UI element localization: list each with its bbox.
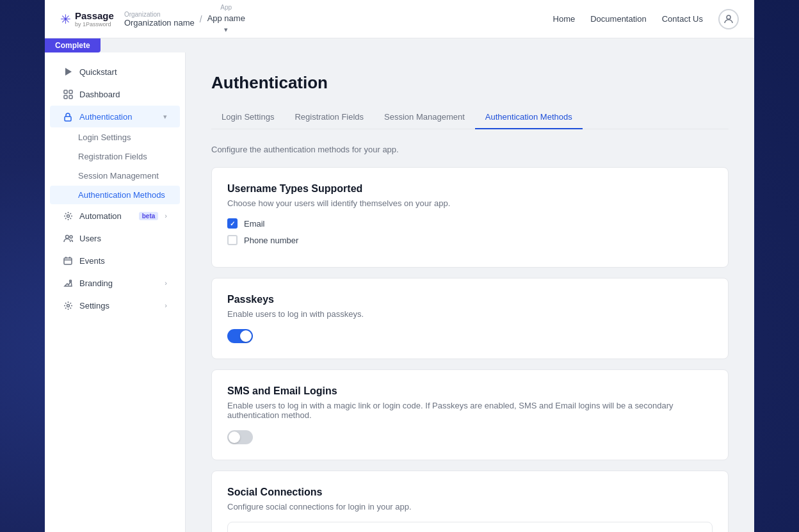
svg-rect-10 <box>64 258 72 264</box>
authentication-icon <box>63 111 73 122</box>
passkeys-card: Passkeys Enable users to log in with pas… <box>211 278 729 359</box>
sms-email-toggle[interactable] <box>227 430 253 444</box>
nav-docs[interactable]: Documentation <box>590 14 646 24</box>
events-icon <box>63 255 73 266</box>
sms-email-title: SMS and Email Logins <box>227 385 713 397</box>
tab-authentication-methods[interactable]: Authentication Methods <box>475 106 583 129</box>
svg-rect-2 <box>64 90 67 93</box>
tab-login-settings[interactable]: Login Settings <box>211 106 284 129</box>
automation-arrow-icon: › <box>165 212 167 220</box>
tab-session-management[interactable]: Session Management <box>374 106 475 129</box>
sidebar-item-branding[interactable]: Branding › <box>50 272 180 294</box>
sidebar-item-quickstart[interactable]: Quickstart <box>50 61 180 83</box>
sidebar-item-login-settings[interactable]: Login Settings <box>50 128 180 147</box>
complete-banner: Complete <box>45 38 754 52</box>
svg-point-9 <box>70 236 72 238</box>
breadcrumb-app-dropdown[interactable]: App App name ▾ <box>207 4 245 34</box>
breadcrumb-org: Organization Organization name <box>124 11 195 28</box>
social-connections-card: Social Connections Configure social conn… <box>211 471 729 532</box>
dropdown-arrow-icon: ▾ <box>224 26 228 34</box>
logo-icon: ✳ <box>60 12 71 27</box>
content-area: Authentication Login Settings Registrati… <box>186 52 754 532</box>
svg-point-11 <box>69 280 71 282</box>
complete-label: Complete <box>45 38 101 52</box>
logo: ✳ Passage by 1Password <box>60 10 114 28</box>
passkeys-toggle-knob <box>240 330 252 342</box>
branding-arrow-icon: › <box>165 279 167 287</box>
username-types-card: Username Types Supported Choose how your… <box>211 167 729 268</box>
beta-badge: beta <box>139 212 159 220</box>
social-google-card: Google <box>227 522 713 532</box>
social-connections-list: Google GitHub <box>227 522 713 532</box>
social-connections-desc: Configure social connections for login i… <box>227 502 713 512</box>
logo-text: Passage <box>75 10 114 21</box>
automation-icon <box>63 211 73 221</box>
tabs: Login Settings Registration Fields Sessi… <box>211 106 729 129</box>
svg-rect-5 <box>69 95 72 99</box>
users-icon <box>63 233 73 243</box>
sms-email-card: SMS and Email Logins Enable users to log… <box>211 369 729 460</box>
svg-point-8 <box>65 235 69 238</box>
sidebar-item-users[interactable]: Users <box>50 227 180 249</box>
svg-point-12 <box>67 304 69 307</box>
breadcrumb-sep: / <box>200 14 202 24</box>
sidebar-item-automation[interactable]: Automation beta › <box>50 205 180 227</box>
sms-email-desc: Enable users to log in with a magic link… <box>227 401 713 420</box>
sidebar-item-registration-fields[interactable]: Registration Fields <box>50 147 180 166</box>
svg-point-0 <box>727 15 730 19</box>
quickstart-icon <box>63 67 73 77</box>
dashboard-icon <box>63 89 73 99</box>
top-nav-left: ✳ Passage by 1Password Organization Orga… <box>60 4 245 34</box>
sidebar-item-authentication[interactable]: Authentication ▾ <box>50 106 180 127</box>
main-layout: Quickstart Dashboard Authentication ▾ Lo… <box>45 52 754 532</box>
top-nav: ✳ Passage by 1Password Organization Orga… <box>45 0 754 38</box>
social-connections-title: Social Connections <box>227 487 713 498</box>
passkeys-desc: Enable users to log in with passkeys. <box>227 309 713 319</box>
svg-marker-1 <box>65 68 72 76</box>
email-checkbox[interactable] <box>227 218 238 229</box>
email-checkbox-row: Email <box>227 218 713 229</box>
nav-contact[interactable]: Contact Us <box>662 14 703 24</box>
user-avatar[interactable] <box>718 9 739 29</box>
phone-label: Phone number <box>244 236 298 245</box>
svg-rect-6 <box>65 117 71 121</box>
phone-checkbox-row: Phone number <box>227 235 713 245</box>
username-types-title: Username Types Supported <box>227 183 713 195</box>
tab-registration-fields[interactable]: Registration Fields <box>284 106 374 129</box>
email-label: Email <box>244 219 265 229</box>
settings-arrow-icon: › <box>165 302 167 309</box>
phone-checkbox[interactable] <box>227 235 238 245</box>
branding-icon <box>63 278 73 288</box>
svg-rect-4 <box>64 95 67 99</box>
sidebar-item-events[interactable]: Events <box>50 250 180 271</box>
passkeys-title: Passkeys <box>227 294 713 305</box>
sidebar-item-auth-methods[interactable]: Authentication Methods <box>50 186 180 204</box>
sidebar-item-session-management[interactable]: Session Management <box>50 166 180 185</box>
svg-point-7 <box>67 214 69 217</box>
username-types-desc: Choose how your users will identify them… <box>227 198 713 208</box>
breadcrumb: Organization Organization name / App App… <box>124 4 245 34</box>
nav-home[interactable]: Home <box>553 14 576 24</box>
page-description: Configure the authentication methods for… <box>211 145 729 154</box>
logo-sub: by 1Password <box>75 22 114 28</box>
sms-email-toggle-knob <box>229 431 240 443</box>
sidebar-item-dashboard[interactable]: Dashboard <box>50 83 180 105</box>
passkeys-toggle[interactable] <box>227 329 253 343</box>
sidebar: Quickstart Dashboard Authentication ▾ Lo… <box>45 52 186 532</box>
page-title: Authentication <box>211 73 729 93</box>
authentication-arrow-icon: ▾ <box>163 113 167 121</box>
settings-icon <box>63 300 73 310</box>
svg-rect-3 <box>69 90 72 93</box>
top-nav-right: Home Documentation Contact Us <box>553 9 739 29</box>
sidebar-item-settings[interactable]: Settings › <box>50 294 180 316</box>
